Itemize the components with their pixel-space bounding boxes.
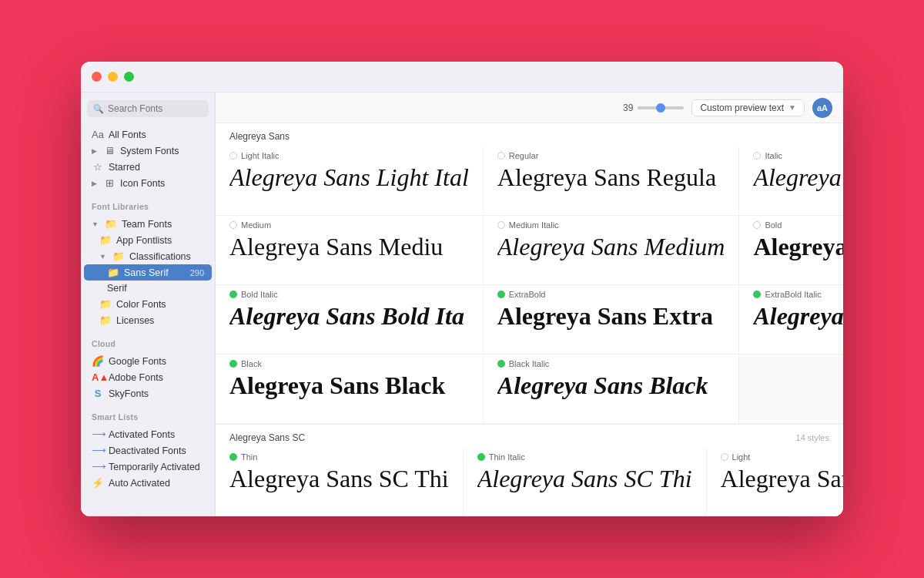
font-cell-header: Light Italic [229, 151, 469, 160]
cloud-section: 🌈 Google Fonts A▲ Adobe Fonts S SkyFonts [81, 350, 215, 405]
sidebar-item-team-fonts[interactable]: ▼ 📁 Team Fonts [84, 216, 212, 232]
folder-icon: 📁 [99, 234, 112, 246]
sidebar-item-serif[interactable]: Serif [84, 281, 212, 296]
font-preview: Alegreya Sans Black [497, 371, 725, 400]
status-dot [229, 221, 237, 229]
font-cell[interactable]: Black Italic Alegreya Sans Black [484, 355, 740, 424]
status-dot [229, 360, 237, 368]
font-cell[interactable]: Black Alegreya Sans Black [216, 355, 484, 424]
search-input[interactable] [108, 103, 203, 114]
font-style-name: Thin Italic [489, 452, 525, 462]
status-dot [229, 152, 237, 160]
sidebar-item-adobe-fonts[interactable]: A▲ Adobe Fonts [84, 369, 212, 385]
sidebar-item-classifications[interactable]: ▼ 📁 Classifications [84, 248, 212, 264]
font-style-name: Black [241, 359, 262, 368]
font-preview: Alegreya Sans Light Ital [229, 163, 469, 192]
app-window: 🔍 Aa All Fonts ▶ 🖥 System Fonts ☆ Starre… [81, 62, 843, 516]
font-cell-header: Bold Italic [229, 290, 469, 299]
font-cell-empty [739, 355, 843, 424]
sidebar-item-label: Google Fonts [109, 356, 204, 367]
font-preview: Alegreya Sans Bold [753, 233, 843, 261]
sidebar-item-label: Auto Activated [109, 478, 204, 489]
font-cell-header: Black Italic [497, 359, 725, 368]
sidebar-item-icon-fonts[interactable]: ▶ ⊞ Icon Fonts [84, 175, 212, 191]
font-style-name: ExtraBold [509, 290, 546, 299]
status-dot [753, 291, 761, 298]
sidebar-item-starred[interactable]: ☆ Starred [84, 159, 212, 175]
auto-activated-icon: ⚡ [92, 477, 104, 489]
star-icon: ☆ [92, 161, 104, 173]
sidebar: 🔍 Aa All Fonts ▶ 🖥 System Fonts ☆ Starre… [81, 92, 216, 516]
font-cell[interactable]: Bold Alegreya Sans Bold [739, 216, 843, 285]
sidebar-item-color-fonts[interactable]: 📁 Color Fonts [84, 296, 212, 312]
font-style-name: Medium Italic [509, 220, 559, 230]
font-style-name: Thin [241, 452, 257, 462]
size-slider[interactable] [638, 106, 684, 109]
sidebar-item-auto-activated[interactable]: ⚡ Auto Activated [84, 475, 212, 491]
preview-text-dropdown[interactable]: Custom preview text ▼ [691, 99, 805, 116]
font-cell-header: Regular [497, 151, 725, 160]
sidebar-item-sans-serif[interactable]: 📁 Sans Serif 290 [84, 264, 212, 281]
maximize-button[interactable] [124, 72, 134, 82]
size-slider-thumb[interactable] [656, 103, 665, 113]
font-grid: Light Italic Alegreya Sans Light Ital Re… [216, 146, 843, 424]
sidebar-item-all-fonts[interactable]: Aa All Fonts [84, 126, 212, 143]
status-dot [229, 453, 237, 461]
font-cell[interactable]: Thin Alegreya Sans SC Thi [216, 448, 464, 516]
font-style-name: Black Italic [509, 359, 550, 368]
sidebar-item-licenses[interactable]: 📁 Licenses [84, 312, 212, 328]
sidebar-item-skyfonts[interactable]: S SkyFonts [84, 385, 212, 402]
font-cell[interactable]: Light Alegreya Sans SC Li [707, 448, 843, 516]
font-preview: Alegreya Sans Medium [497, 233, 725, 261]
font-preview: Alegreya Sans Bold Ita [229, 302, 469, 331]
font-cell[interactable]: ExtraBold Italic Alegreya Sans ExtraB [739, 285, 843, 355]
sidebar-item-label: Sans Serif [124, 267, 186, 278]
font-cell[interactable]: Light Italic Alegreya Sans Light Ital [216, 146, 484, 216]
toolbar-right: 39 Custom preview text ▼ aA [623, 98, 832, 118]
status-dot [477, 453, 485, 461]
sidebar-item-label: App Fontlists [116, 235, 204, 246]
font-style-name: ExtraBold Italic [765, 290, 821, 299]
sidebar-item-label: Color Fonts [116, 299, 204, 310]
font-cell[interactable]: Medium Italic Alegreya Sans Medium [484, 216, 740, 285]
font-family-header: Alegreya Sans [216, 129, 843, 146]
sidebar-item-activated-fonts[interactable]: ⟶ Activated Fonts [84, 426, 212, 442]
system-fonts-icon: 🖥 [103, 145, 116, 156]
close-button[interactable] [92, 72, 102, 82]
all-fonts-icon: Aa [92, 129, 104, 140]
font-cell[interactable]: Thin Italic Alegreya Sans SC Thi [464, 448, 707, 516]
sidebar-item-label: Starred [109, 162, 204, 173]
font-list: Alegreya Sans Light Italic Alegreya Sans… [216, 123, 843, 516]
status-dot [497, 152, 505, 160]
search-bar[interactable]: 🔍 [87, 100, 209, 117]
font-preview: Alegreya Sans SC Li [721, 465, 843, 493]
minimize-button[interactable] [108, 72, 118, 82]
sidebar-item-deactivated-fonts[interactable]: ⟶ Deactivated Fonts [84, 442, 212, 459]
size-control: 39 [623, 102, 684, 113]
font-style-name: Medium [241, 220, 271, 230]
folder-icon: 📁 [99, 298, 112, 310]
sky-icon: S [92, 388, 104, 399]
sidebar-item-label: Adobe Fonts [109, 372, 204, 383]
sidebar-item-app-fontlists[interactable]: 📁 App Fontlists [84, 232, 212, 248]
font-style-name: Bold [765, 220, 782, 230]
font-cell[interactable]: ExtraBold Alegreya Sans Extra [484, 285, 740, 355]
font-preview: Alegreya Sans Italic [753, 163, 843, 192]
font-cell[interactable]: Medium Alegreya Sans Mediu [216, 216, 484, 285]
sidebar-item-system-fonts[interactable]: ▶ 🖥 System Fonts [84, 143, 212, 159]
font-cell[interactable]: Italic Alegreya Sans Italic [739, 146, 843, 216]
font-cell-header: Bold [753, 220, 843, 230]
font-family-group: Alegreya Sans SC 14 styles Thin Alegreya… [216, 425, 843, 516]
font-preview: Alegreya Sans SC Thi [229, 465, 449, 493]
folder-icon: 📁 [105, 218, 117, 230]
font-libraries-header: Font Libraries [81, 194, 215, 213]
font-cell[interactable]: Regular Alegreya Sans Regula [484, 146, 740, 216]
status-dot [229, 291, 237, 298]
user-avatar[interactable]: aA [812, 98, 832, 118]
sidebar-item-temporarily-activated[interactable]: ⟶ Temporarily Activated [84, 459, 212, 475]
font-cell[interactable]: Bold Italic Alegreya Sans Bold Ita [216, 285, 484, 355]
smart-lists-section: ⟶ Activated Fonts ⟶ Deactivated Fonts ⟶ … [81, 423, 215, 494]
sidebar-item-label: Icon Fonts [120, 178, 204, 189]
sidebar-item-google-fonts[interactable]: 🌈 Google Fonts [84, 353, 212, 369]
sidebar-item-label: System Fonts [120, 146, 204, 156]
